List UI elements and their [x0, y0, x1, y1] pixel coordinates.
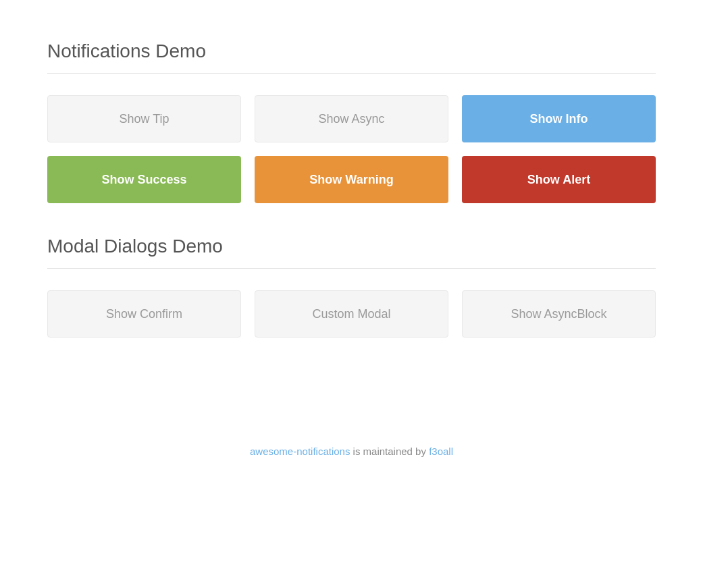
notifications-button-grid: Show Tip Show Async Show Info Show Succe… [47, 95, 656, 203]
dialogs-title: Modal Dialogs Demo [47, 236, 656, 257]
awesome-notifications-link[interactable]: awesome-notifications [250, 446, 350, 457]
notifications-section: Notifications Demo Show Tip Show Async S… [47, 41, 656, 203]
dialogs-section: Modal Dialogs Demo Show Confirm Custom M… [47, 236, 656, 338]
notifications-divider [47, 73, 656, 74]
footer: awesome-notifications is maintained by f… [47, 446, 656, 457]
show-asyncblock-button[interactable]: Show AsyncBlock [462, 290, 656, 338]
show-warning-button[interactable]: Show Warning [255, 156, 448, 203]
show-confirm-button[interactable]: Show Confirm [47, 290, 241, 338]
footer-text: is maintained by [350, 446, 429, 457]
custom-modal-button[interactable]: Custom Modal [255, 290, 448, 338]
show-info-button[interactable]: Show Info [462, 95, 656, 142]
show-alert-button[interactable]: Show Alert [462, 156, 656, 203]
f3oall-link[interactable]: f3oall [429, 446, 453, 457]
dialogs-divider [47, 268, 656, 269]
show-success-button[interactable]: Show Success [47, 156, 241, 203]
page-container: Notifications Demo Show Tip Show Async S… [0, 0, 703, 498]
dialogs-button-grid: Show Confirm Custom Modal Show AsyncBloc… [47, 290, 656, 338]
show-async-button[interactable]: Show Async [255, 95, 448, 142]
show-tip-button[interactable]: Show Tip [47, 95, 241, 142]
notifications-title: Notifications Demo [47, 41, 656, 62]
